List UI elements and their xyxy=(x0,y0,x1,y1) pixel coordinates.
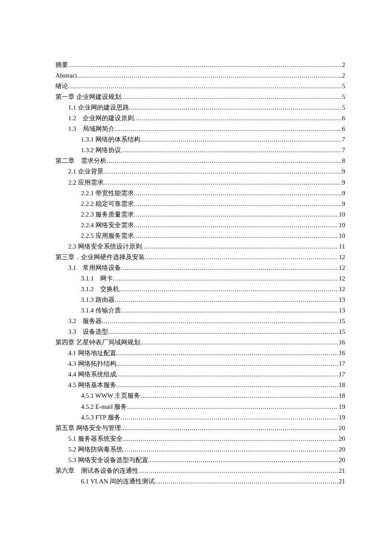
toc-entry[interactable]: 3.1.4 传输介质13 xyxy=(55,305,345,316)
toc-entry[interactable]: 2.2.5 应用服务需求10 xyxy=(55,231,345,241)
toc-entry-page: 15 xyxy=(338,316,345,327)
toc-entry[interactable]: 第三章．企业网硬件选择及安装12 xyxy=(55,252,345,263)
toc-entry-page: 19 xyxy=(338,412,345,423)
toc-entry-title: 第六章 测试各设备的连通性 xyxy=(55,465,138,476)
toc-leader-dots xyxy=(116,380,338,390)
toc-leader-dots xyxy=(119,284,338,295)
toc-entry[interactable]: 第二章 需求分析8 xyxy=(55,156,345,166)
toc-entry-page: 21 xyxy=(338,465,345,476)
toc-leader-dots xyxy=(140,134,341,145)
toc-entry-page: 9 xyxy=(341,188,346,199)
toc-entry-page: 18 xyxy=(338,390,345,401)
toc-entry[interactable]: Abstract2 xyxy=(55,70,345,81)
toc-entry[interactable]: 第一章 企业网建设规划5 xyxy=(55,92,345,102)
toc-entry-title: 1.3.2 网络协议 xyxy=(81,145,121,156)
toc-leader-dots xyxy=(102,316,338,327)
toc-leader-dots xyxy=(140,390,338,401)
toc-entry-title: 2.2.3 服务质量需求 xyxy=(81,209,134,220)
toc-entry-page: 12 xyxy=(338,273,345,284)
toc-entry-title: 2.2 应用需求 xyxy=(68,177,104,188)
toc-entry-title: 1.1 企业网的建设思路 xyxy=(68,102,129,113)
toc-entry[interactable]: 5.2 网络防病毒系统20 xyxy=(55,444,345,455)
toc-entry-title: 1.3.1 网络的体系结构 xyxy=(81,134,140,145)
toc-entry-title: 4.1 网络地址配置 xyxy=(68,348,116,358)
toc-entry-page: 6 xyxy=(341,124,346,134)
toc-entry[interactable]: 1.3.1 网络的体系结构7 xyxy=(55,134,345,145)
toc-entry-page: 12 xyxy=(338,263,345,273)
table-of-contents: 摘要2Abstract2绪论5第一章 企业网建设规划51.1 企业网的建设思路5… xyxy=(55,60,345,487)
toc-entry[interactable]: 4.3 网络拓扑结构17 xyxy=(55,358,345,369)
toc-entry[interactable]: 1.3 局域网简介6 xyxy=(55,124,345,134)
toc-entry[interactable]: 4.5.3 FTP 服务19 xyxy=(55,412,345,423)
toc-entry-title: 5.2 网络防病毒系统 xyxy=(68,444,123,455)
toc-entry[interactable]: 6.1 VLAN 间的连通性测试21 xyxy=(55,476,345,487)
toc-entry[interactable]: 第六章 测试各设备的连通性21 xyxy=(55,465,345,476)
toc-entry[interactable]: 2.3 网络安全系统设计原则11 xyxy=(55,241,345,252)
toc-entry-title: 第二章 需求分析 xyxy=(55,156,107,166)
toc-entry[interactable]: 2.2.3 服务质量需求10 xyxy=(55,209,345,220)
toc-entry[interactable]: 2.1 企业背景9 xyxy=(55,166,345,177)
toc-entry[interactable]: 第四章 艺星钟表厂局域网规划16 xyxy=(55,337,345,348)
toc-leader-dots xyxy=(138,465,338,476)
toc-entry[interactable]: 2.2 应用需求9 xyxy=(55,177,345,188)
toc-entry-page: 20 xyxy=(338,434,345,444)
toc-entry-title: 3.1.3 路由器 xyxy=(81,295,115,305)
toc-leader-dots xyxy=(121,412,338,423)
toc-entry[interactable]: 4.1 网络地址配置16 xyxy=(55,348,345,358)
toc-entry[interactable]: 4.5.1 WWW 主页服务18 xyxy=(55,390,345,401)
toc-entry-page: 5 xyxy=(341,102,346,113)
toc-leader-dots xyxy=(121,423,338,434)
toc-leader-dots xyxy=(108,327,338,337)
toc-entry-page: 20 xyxy=(338,444,345,455)
toc-entry[interactable]: 5.1 服务器系统安全20 xyxy=(55,434,345,444)
toc-entry-title: Abstract xyxy=(55,70,77,81)
toc-leader-dots xyxy=(113,273,338,284)
toc-entry[interactable]: 第五章 网络安全与管理20 xyxy=(55,423,345,434)
toc-entry-title: 6.1 VLAN 间的连通性测试 xyxy=(81,476,155,487)
toc-entry-title: 4.5.2 E-mail 服务 xyxy=(81,402,127,412)
toc-entry[interactable]: 5.3 网络安全设备选型与配置20 xyxy=(55,455,345,465)
toc-entry[interactable]: 2.2.4 网络安全需求10 xyxy=(55,220,345,231)
toc-entry-title: 5.3 网络安全设备选型与配置 xyxy=(68,455,148,465)
toc-entry-page: 21 xyxy=(338,476,345,487)
toc-entry[interactable]: 3.1.2 交换机12 xyxy=(55,284,345,295)
toc-entry[interactable]: 摘要2 xyxy=(55,60,345,70)
toc-entry-page: 10 xyxy=(338,220,345,231)
toc-leader-dots xyxy=(116,369,338,380)
toc-leader-dots xyxy=(121,263,338,273)
toc-entry[interactable]: 3.1 常用网络设备12 xyxy=(55,263,345,273)
toc-leader-dots xyxy=(121,92,341,102)
toc-leader-dots xyxy=(116,358,338,369)
toc-entry[interactable]: 3.2 服务器15 xyxy=(55,316,345,327)
toc-entry-title: 2.2.1 带宽性能需求 xyxy=(81,188,134,199)
toc-leader-dots xyxy=(134,209,338,220)
toc-entry-page: 16 xyxy=(338,337,345,348)
toc-leader-dots xyxy=(107,156,341,166)
toc-entry[interactable]: 1.2 企业网的建设原则6 xyxy=(55,113,345,124)
toc-entry[interactable]: 2.2.1 带宽性能需求9 xyxy=(55,188,345,199)
toc-entry-page: 9 xyxy=(341,177,346,188)
toc-entry-page: 9 xyxy=(341,199,346,209)
toc-entry[interactable]: 3.3 设备选型15 xyxy=(55,327,345,337)
toc-entry-page: 12 xyxy=(338,284,345,295)
toc-entry[interactable]: 4.5.2 E-mail 服务19 xyxy=(55,402,345,412)
toc-entry[interactable]: 4.4 网络系统组成17 xyxy=(55,369,345,380)
toc-entry-title: 3.1.1 网卡 xyxy=(81,273,113,284)
toc-leader-dots xyxy=(68,81,341,92)
toc-entry[interactable]: 4.5 网络基本服务18 xyxy=(55,380,345,390)
toc-entry[interactable]: 3.1.3 路由器13 xyxy=(55,295,345,305)
toc-entry-title: 2.2.4 网络安全需求 xyxy=(81,220,134,231)
toc-leader-dots xyxy=(140,337,338,348)
toc-entry-title: 第四章 艺星钟表厂局域网规划 xyxy=(55,337,140,348)
toc-entry[interactable]: 3.1.1 网卡12 xyxy=(55,273,345,284)
toc-entry[interactable]: 1.1 企业网的建设思路5 xyxy=(55,102,345,113)
toc-entry-title: 2.3 网络安全系统设计原则 xyxy=(68,241,142,252)
toc-entry[interactable]: 1.3.2 网络协议7 xyxy=(55,145,345,156)
toc-entry-title: 2.2.5 应用服务需求 xyxy=(81,231,134,241)
toc-entry-page: 8 xyxy=(341,156,346,166)
toc-entry[interactable]: 2.2.2 稳定可靠需求9 xyxy=(55,199,345,209)
toc-entry-page: 6 xyxy=(341,113,346,124)
toc-entry[interactable]: 绪论5 xyxy=(55,81,345,92)
toc-leader-dots xyxy=(134,231,338,241)
toc-entry-title: 2.2.2 稳定可靠需求 xyxy=(81,199,134,209)
